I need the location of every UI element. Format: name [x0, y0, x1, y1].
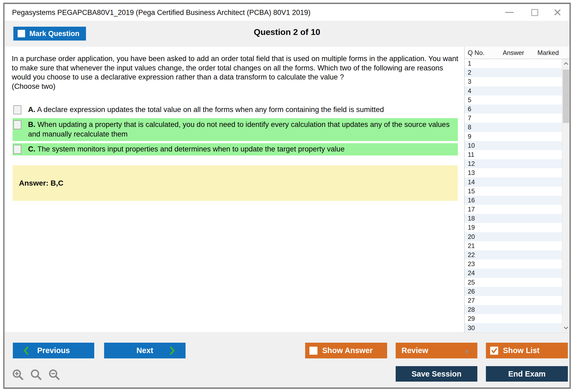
option-a-checkbox[interactable] [13, 105, 21, 114]
check-icon [491, 347, 497, 354]
zoom-reset-icon[interactable] [29, 368, 43, 382]
scrollbar-thumb[interactable] [563, 70, 569, 123]
question-list-row[interactable]: 5 [465, 95, 562, 105]
option-c-checkbox[interactable] [13, 145, 21, 154]
question-counter: Question 2 of 10 [5, 27, 569, 37]
question-list-row[interactable]: 28 [465, 305, 562, 314]
question-list-row[interactable]: 29 [465, 314, 562, 323]
question-list-row[interactable]: 11 [465, 150, 562, 159]
option-c: C. The system monitors input properties … [13, 143, 458, 155]
show-answer-button[interactable]: Show Answer [305, 343, 387, 358]
question-list-row[interactable]: 12 [465, 159, 562, 168]
question-list-row[interactable]: 14 [465, 177, 562, 186]
option-b: B. When updating a property that is calc… [13, 118, 458, 141]
maximize-button[interactable] [525, 4, 544, 21]
previous-button[interactable]: Previous [13, 343, 94, 358]
question-list-rows: 1234567891011121314151617181920212223242… [465, 59, 562, 333]
option-b-checkbox[interactable] [13, 120, 21, 129]
zoom-tools [11, 368, 61, 382]
question-number: 17 [465, 206, 475, 213]
exam-window: Pegasystems PEGAPCBA80V1_2019 (Pega Cert… [3, 3, 571, 389]
chevron-down-icon [564, 326, 568, 330]
scrollbar[interactable] [562, 59, 569, 333]
close-icon: ✕ [553, 7, 562, 18]
end-exam-button[interactable]: End Exam [486, 366, 568, 382]
question-list-row[interactable]: 10 [465, 141, 562, 150]
column-answer: Answer [496, 49, 531, 57]
question-list-row[interactable]: 1 [465, 59, 562, 68]
question-number: 22 [465, 251, 475, 259]
close-button[interactable]: ✕ [548, 4, 567, 21]
question-pane: In a purchase order application, you hav… [5, 47, 464, 333]
next-label: Next [136, 346, 153, 355]
question-list-row[interactable]: 26 [465, 287, 562, 296]
question-list-header: Q No. Answer Marked [465, 47, 569, 59]
question-list-row[interactable]: 25 [465, 278, 562, 287]
top-toolbar: Question 2 of 10 Mark Question [5, 21, 569, 47]
question-number: 28 [465, 306, 475, 313]
question-number: 2 [465, 69, 471, 76]
question-number: 10 [465, 142, 475, 149]
mark-question-checkbox[interactable] [18, 30, 25, 37]
scroll-down-button[interactable] [562, 323, 570, 333]
choose-note: (Choose two) [12, 82, 460, 91]
show-list-button[interactable]: Show List [486, 343, 568, 358]
question-number: 19 [465, 224, 475, 231]
question-list-row[interactable]: 19 [465, 223, 562, 232]
question-list-row[interactable]: 24 [465, 269, 562, 278]
option-a: A. A declare expression updates the tota… [13, 105, 458, 114]
show-answer-label: Show Answer [322, 346, 373, 355]
question-list-row[interactable]: 30 [465, 323, 562, 332]
chevron-left-icon [22, 346, 29, 355]
previous-label: Previous [37, 346, 70, 355]
question-list-row[interactable]: 2 [465, 68, 562, 77]
option-c-letter: C. [28, 145, 36, 153]
next-button[interactable]: Next [104, 343, 186, 358]
question-list-row[interactable]: 4 [465, 86, 562, 95]
question-number: 7 [465, 114, 471, 122]
question-body: In a purchase order application, you hav… [12, 54, 460, 82]
zoom-in-icon[interactable] [11, 368, 25, 382]
zoom-out-icon[interactable] [48, 368, 61, 382]
question-number: 1 [465, 60, 471, 67]
question-list-row[interactable]: 13 [465, 168, 562, 177]
minimize-button[interactable] [500, 4, 519, 21]
question-list-row[interactable]: 3 [465, 77, 562, 86]
question-list-row[interactable]: 23 [465, 259, 562, 269]
main-area: In a purchase order application, you hav… [5, 47, 569, 333]
question-list-row[interactable]: 7 [465, 114, 562, 123]
show-list-checkbox[interactable] [490, 347, 498, 355]
question-list-row[interactable]: 9 [465, 132, 562, 141]
question-list-row[interactable]: 22 [465, 250, 562, 259]
show-list-label: Show List [503, 346, 540, 355]
question-list-row[interactable]: 6 [465, 105, 562, 114]
answer-box: Answer: B,C [13, 165, 458, 201]
question-list-row[interactable]: 18 [465, 214, 562, 223]
scroll-up-button[interactable] [562, 59, 570, 68]
question-list-row[interactable]: 27 [465, 296, 562, 305]
question-number: 15 [465, 187, 475, 195]
review-button[interactable]: Review ▲ [396, 343, 477, 358]
question-number: 27 [465, 297, 475, 304]
window-title: Pegasystems PEGAPCBA80V1_2019 (Pega Cert… [12, 9, 310, 17]
question-number: 14 [465, 178, 475, 186]
question-list-row[interactable]: 21 [465, 241, 562, 250]
question-number: 30 [465, 324, 475, 332]
option-a-letter: A. [28, 105, 36, 114]
show-answer-checkbox[interactable] [309, 347, 317, 355]
save-session-button[interactable]: Save Session [396, 366, 477, 382]
review-label: Review [402, 346, 428, 355]
question-list-panel: Q No. Answer Marked 12345678910111213141… [464, 47, 569, 333]
question-list-row[interactable]: 16 [465, 196, 562, 205]
question-number: 8 [465, 123, 471, 131]
save-session-label: Save Session [412, 370, 462, 378]
question-list-row[interactable]: 8 [465, 123, 562, 132]
question-number: 24 [465, 269, 475, 277]
question-list-row[interactable]: 17 [465, 205, 562, 214]
title-bar: Pegasystems PEGAPCBA80V1_2019 (Pega Cert… [5, 4, 569, 21]
question-number: 12 [465, 160, 475, 167]
mark-question-button[interactable]: Mark Question [13, 27, 86, 41]
question-list-row[interactable]: 20 [465, 232, 562, 241]
question-list-row[interactable]: 15 [465, 187, 562, 196]
question-number: 23 [465, 260, 475, 268]
